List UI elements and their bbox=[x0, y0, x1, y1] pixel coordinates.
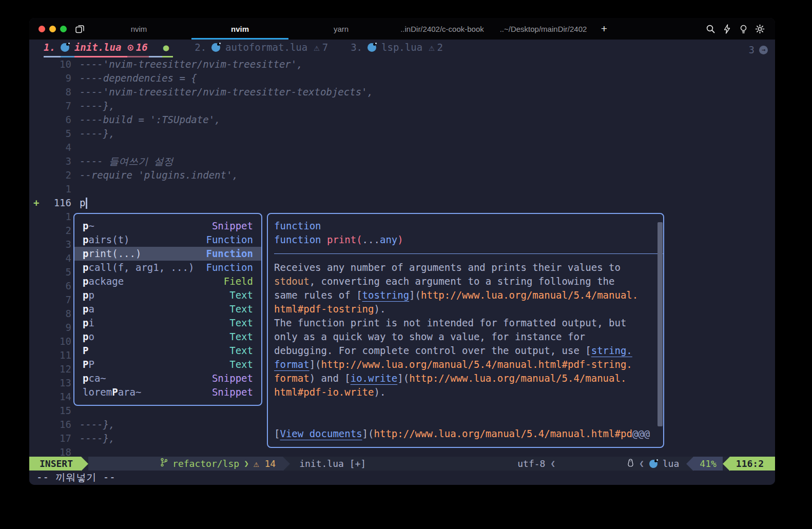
line-text: ----}, bbox=[71, 127, 115, 141]
completion-item[interactable]: pcall(f, arg1, ...)Function bbox=[74, 261, 261, 275]
buffer-tab[interactable]: 3.lsp.lua⚠2 bbox=[351, 42, 444, 57]
chevron-right-icon: ❯ bbox=[244, 457, 249, 471]
line-number: 11 bbox=[46, 348, 71, 362]
doc-link[interactable]: string. bbox=[591, 345, 632, 356]
terminal-tab[interactable]: ..~/Desktop/mainDir/2402 bbox=[493, 18, 594, 40]
completion-label: print(...) bbox=[83, 247, 141, 261]
completion-item[interactable]: loremPara~Snippet bbox=[74, 385, 261, 399]
lua-icon bbox=[61, 43, 69, 52]
completion-label: P bbox=[83, 344, 88, 358]
code-line[interactable]: 5----}, bbox=[29, 127, 775, 141]
completion-item[interactable]: print(...)Function bbox=[74, 247, 261, 261]
zoom-window-button[interactable] bbox=[60, 26, 67, 32]
diagnostic-icon: ⚠ bbox=[314, 42, 319, 53]
doc-text: only as a quick way to show a value, for… bbox=[274, 331, 585, 342]
doc-link[interactable]: View documents bbox=[280, 428, 362, 439]
window-controls bbox=[29, 26, 74, 32]
completion-label: po bbox=[83, 330, 94, 344]
code-line[interactable]: 3---- 들여쓰기 설정 bbox=[29, 154, 775, 168]
search-icon[interactable] bbox=[706, 24, 716, 34]
doc-line bbox=[274, 399, 663, 413]
completion-item[interactable]: pairs(t)Function bbox=[74, 233, 261, 247]
completion-label: pi bbox=[83, 316, 94, 330]
code-line[interactable]: 7----}, bbox=[29, 99, 775, 113]
doc-text: ]( bbox=[362, 428, 374, 439]
doc-text: ]( bbox=[310, 359, 321, 370]
completion-item[interactable]: poText bbox=[74, 330, 261, 344]
doc-link[interactable]: io.write bbox=[351, 373, 398, 384]
doc-text: ]( bbox=[409, 289, 421, 301]
documentation-popup: functionfunction print(...any)Receives a… bbox=[267, 213, 664, 448]
code-line[interactable]: 8----'nvim-treesitter/nvim-treesitter-te… bbox=[29, 85, 775, 99]
code-line[interactable]: 2--require 'plugins.indent', bbox=[29, 168, 775, 182]
lightbulb-icon[interactable] bbox=[739, 24, 748, 34]
code-area[interactable]: 10----'nvim-treesitter/nvim-treesitter',… bbox=[29, 57, 775, 457]
completion-popup: p~Snippetpairs(t)Functionprint(...)Funct… bbox=[73, 213, 262, 406]
buffer-index: 2. bbox=[195, 42, 211, 57]
line-number: 4 bbox=[46, 251, 71, 265]
new-tab-button[interactable]: + bbox=[594, 18, 614, 40]
line-number: 7 bbox=[46, 293, 71, 307]
line-number: 6 bbox=[46, 113, 71, 127]
filetype: lua bbox=[663, 457, 680, 471]
completion-label: pca~ bbox=[83, 371, 106, 385]
line-number: 9 bbox=[46, 321, 71, 335]
code-line[interactable]: 4 bbox=[29, 141, 775, 154]
terminal-tab[interactable]: ..inDir/2402/c-cook-book bbox=[392, 18, 493, 40]
doc-text: function bbox=[274, 220, 321, 231]
code-line[interactable]: 6----build = ':TSUpdate', bbox=[29, 113, 775, 127]
diagnostic-count: 2 bbox=[437, 42, 443, 53]
terminal-tab[interactable]: yarn bbox=[291, 18, 392, 40]
doc-content: functionfunction print(...any)Receives a… bbox=[274, 219, 663, 441]
lua-icon bbox=[368, 43, 376, 52]
doc-text: html#pdf-tostring bbox=[274, 303, 374, 315]
buffer-tab[interactable]: 2.autoformat.lua⚠7 bbox=[195, 42, 329, 57]
chevron-left-icon: ❮ bbox=[639, 457, 644, 471]
completion-label: pa bbox=[83, 302, 94, 316]
circle-arrow-icon[interactable]: → bbox=[759, 46, 768, 54]
lua-icon bbox=[649, 460, 658, 468]
completion-item[interactable]: p~Snippet bbox=[74, 219, 261, 233]
completion-item[interactable]: paText bbox=[74, 302, 261, 316]
scroll-percentage: 41% bbox=[693, 457, 723, 471]
doc-scrollbar[interactable] bbox=[658, 222, 663, 426]
close-window-button[interactable] bbox=[38, 26, 45, 32]
completion-item[interactable]: PPText bbox=[74, 358, 261, 371]
powerline-separator bbox=[81, 457, 88, 471]
completion-item[interactable]: pca~Snippet bbox=[74, 371, 261, 385]
completion-kind: Text bbox=[229, 288, 253, 302]
code-line[interactable]: 10----'nvim-treesitter/nvim-treesitter', bbox=[29, 57, 775, 71]
code-line[interactable]: 9----dependencies = { bbox=[29, 71, 775, 85]
buffer-tab[interactable]: 1.init.lua⊙16● bbox=[44, 42, 173, 57]
doc-text: @@@ bbox=[632, 428, 650, 439]
completion-item[interactable]: PText bbox=[74, 344, 261, 358]
code-line[interactable]: 1 bbox=[29, 182, 775, 196]
line-number: 10 bbox=[46, 57, 71, 71]
diagnostic-count: 16 bbox=[136, 42, 148, 53]
line-number: 15 bbox=[46, 404, 71, 418]
warning-icon: ⚠ bbox=[254, 458, 259, 469]
gear-icon[interactable] bbox=[755, 24, 765, 34]
completion-label: loremPara~ bbox=[83, 385, 141, 399]
line-number: 12 bbox=[46, 362, 71, 376]
completion-item[interactable]: packageField bbox=[74, 275, 261, 288]
doc-line: function print(...any) bbox=[274, 233, 663, 247]
doc-line: [View documents](http://www.lua.org/manu… bbox=[274, 427, 663, 441]
completion-item[interactable]: piText bbox=[74, 316, 261, 330]
completion-item[interactable]: ppText bbox=[74, 288, 261, 302]
buffer-index: 3. bbox=[351, 42, 368, 57]
line-number: 2 bbox=[46, 224, 71, 238]
doc-link[interactable]: tostring bbox=[362, 289, 410, 301]
terminal-tab[interactable]: nvim bbox=[189, 18, 291, 40]
mode-message: -- 끼워넣기 -- bbox=[36, 471, 116, 484]
doc-link[interactable]: format bbox=[274, 359, 310, 370]
code-line[interactable]: +116p bbox=[29, 196, 775, 210]
lightning-icon[interactable] bbox=[722, 24, 732, 34]
filename: init.lua [+] bbox=[290, 457, 375, 471]
buffer-name: autoformat.lua bbox=[225, 42, 314, 57]
line-number: 1 bbox=[46, 182, 71, 196]
minimize-window-button[interactable] bbox=[49, 26, 56, 32]
terminal-tab[interactable]: nvim bbox=[88, 18, 189, 40]
new-window-icon[interactable] bbox=[74, 23, 85, 34]
completion-kind: Text bbox=[229, 344, 253, 358]
